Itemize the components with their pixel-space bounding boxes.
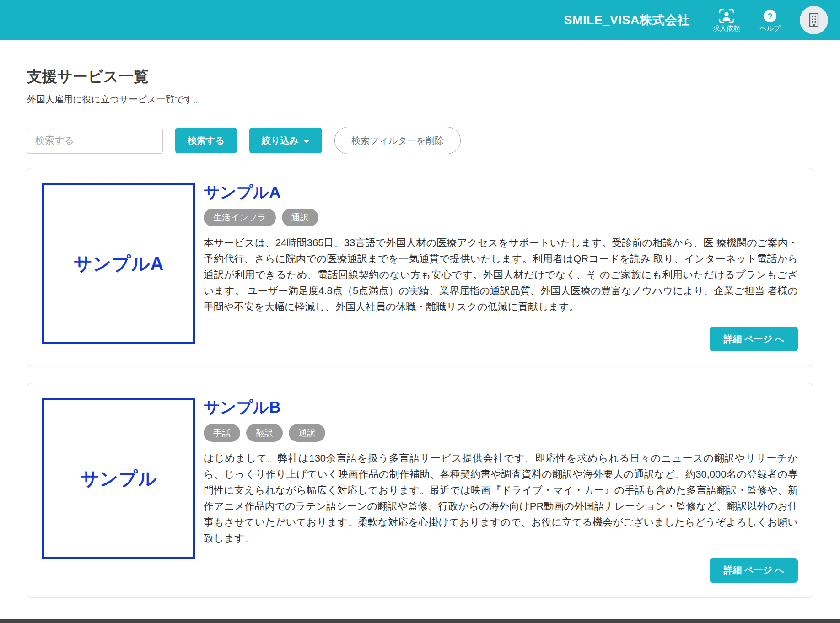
service-description: 本サービスは、24時間365日、33言語で外国人材の医療アクセスをサポートいたし… [204, 235, 798, 315]
detail-button-row: 詳細 ページ へ [204, 327, 798, 351]
filter-dropdown-button[interactable]: 絞り込み [249, 128, 322, 153]
tag-badge: 通訳 [282, 209, 318, 226]
job-request-nav-item[interactable]: 求人依頼 [713, 9, 740, 32]
top-header-bar: SMILE_VISA株式会社 求人依頼 ? ヘルプ [0, 0, 840, 40]
service-image-placeholder: サンプル [42, 398, 195, 559]
service-card: サンプルA サンプルA 生活インフラ通訳 本サービスは、24時間365日、33言… [27, 168, 813, 366]
search-toolbar: 検索する 絞り込み 検索フィルターを削除 [27, 127, 813, 154]
service-card-content: サンプルA 生活インフラ通訳 本サービスは、24時間365日、33言語で外国人材… [195, 183, 798, 351]
tag-list: 手話翻訳通訳 [204, 424, 798, 442]
service-title-link[interactable]: サンプルA [204, 183, 798, 201]
service-image-placeholder: サンプルA [42, 183, 195, 344]
tag-badge: 通訳 [289, 424, 325, 442]
help-nav-item[interactable]: ? ヘルプ [759, 9, 781, 32]
tag-badge: 翻訳 [246, 424, 283, 442]
help-label: ヘルプ [759, 25, 781, 32]
service-card-content: サンプルB 手話翻訳通訳 はじめまして。弊社は130余言語を扱う多言語サービス提… [195, 398, 798, 582]
footer-top-edge [0, 619, 840, 623]
filter-dropdown-label: 絞り込み [262, 134, 299, 147]
chevron-down-icon [303, 140, 310, 143]
page-subtitle: 外国人雇用に役に立つサービス一覧です。 [27, 93, 813, 106]
search-button[interactable]: 検索する [175, 128, 237, 153]
clear-filters-button[interactable]: 検索フィルターを削除 [334, 127, 461, 154]
search-input[interactable] [27, 128, 163, 154]
service-card: サンプル サンプルB 手話翻訳通訳 はじめまして。弊社は130余言語を扱う多言語… [27, 383, 813, 597]
service-image-label: サンプル [81, 466, 157, 491]
job-request-icon [719, 9, 734, 23]
page-title: 支援サービス一覧 [27, 66, 813, 87]
tag-list: 生活インフラ通訳 [204, 209, 798, 226]
company-name: SMILE_VISA株式会社 [564, 12, 690, 28]
service-list: サンプルA サンプルA 生活インフラ通訳 本サービスは、24時間365日、33言… [27, 168, 813, 598]
detail-button-row: 詳細 ページ へ [204, 558, 798, 583]
service-title-link[interactable]: サンプルB [204, 398, 798, 416]
job-request-label: 求人依頼 [713, 25, 740, 32]
tag-badge: 生活インフラ [204, 209, 276, 226]
account-avatar[interactable] [800, 6, 828, 34]
building-icon [807, 12, 821, 28]
service-image-label: サンプルA [74, 251, 164, 276]
help-icon: ? [763, 9, 777, 23]
detail-page-button[interactable]: 詳細 ページ へ [710, 558, 798, 583]
detail-page-button[interactable]: 詳細 ページ へ [710, 327, 798, 351]
svg-text:?: ? [767, 11, 773, 21]
service-description: はじめまして。弊社は130余言語を扱う多言語サービス提供会社です。即応性を求めら… [204, 450, 798, 546]
tag-badge: 手話 [204, 424, 240, 442]
main-content: 支援サービス一覧 外国人雇用に役に立つサービス一覧です。 検索する 絞り込み 検… [0, 66, 840, 598]
